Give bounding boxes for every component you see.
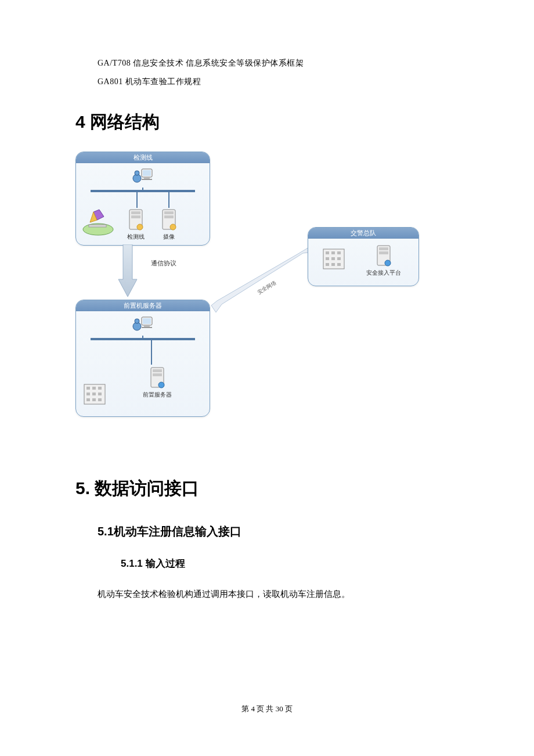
svg-rect-36 <box>86 393 90 395</box>
svg-rect-39 <box>86 398 90 401</box>
svg-rect-28 <box>142 327 152 328</box>
svg-point-21 <box>170 224 176 230</box>
terminal-icon <box>131 315 154 334</box>
svg-rect-44 <box>153 373 162 376</box>
heading-section-5: 5. 数据访问接口 <box>75 477 459 501</box>
label-server-front: 前置服务器 <box>143 391 172 399</box>
svg-rect-5 <box>142 179 152 180</box>
arrow-protocol-icon <box>116 244 139 303</box>
heading-section-4: 4 网络结构 <box>75 110 459 134</box>
page: GA/T708 信息安全技术 信息系统安全等级保护体系框架 GA801 机动车查… <box>0 0 534 625</box>
panel-title-detect-line: 检测线 <box>76 152 210 163</box>
svg-rect-35 <box>98 387 102 390</box>
svg-point-60 <box>385 260 391 266</box>
diagram-panel-front-server: 前置机服务器 <box>75 300 210 417</box>
body-text-5-1-1: 机动车安全技术检验机构通过调用本接口，读取机动车注册信息。 <box>98 586 459 602</box>
heading-section-5-1: 5.1机动车注册信息输入接口 <box>98 524 459 539</box>
terminal-icon <box>131 167 154 186</box>
svg-rect-34 <box>92 387 96 390</box>
building-icon <box>82 381 109 408</box>
label-server-camera: 摄像 <box>163 233 175 241</box>
heading-section-5-1-1: 5.1.1 输入过程 <box>121 557 459 570</box>
svg-rect-27 <box>144 325 150 327</box>
svg-rect-56 <box>337 263 341 266</box>
svg-rect-54 <box>326 263 329 266</box>
svg-point-45 <box>158 382 164 388</box>
network-diagram: 检测线 <box>75 152 424 430</box>
svg-rect-55 <box>331 263 335 266</box>
svg-rect-40 <box>92 398 96 401</box>
svg-rect-3 <box>143 170 151 176</box>
svg-rect-38 <box>98 393 102 395</box>
label-server-detect: 检测线 <box>127 233 145 241</box>
reference-line-2: GA801 机动车查验工作规程 <box>98 77 459 87</box>
svg-rect-48 <box>326 251 329 254</box>
server-front-icon: 前置服务器 <box>143 366 172 399</box>
panel-body: 检测线 摄像 <box>76 163 210 246</box>
svg-rect-33 <box>86 387 90 390</box>
svg-rect-43 <box>153 369 162 372</box>
building-hq-icon <box>321 246 348 272</box>
panel-title-police-hq: 交警总队 <box>308 228 418 239</box>
svg-rect-53 <box>337 257 341 260</box>
svg-rect-49 <box>331 251 335 254</box>
svg-rect-26 <box>143 318 151 324</box>
svg-rect-4 <box>144 177 150 179</box>
svg-point-24 <box>135 319 139 323</box>
svg-rect-16 <box>131 215 140 218</box>
svg-marker-46 <box>211 247 312 312</box>
svg-point-1 <box>135 171 139 175</box>
reference-line-1: GA/T708 信息安全技术 信息系统安全等级保护体系框架 <box>98 58 459 69</box>
svg-rect-19 <box>164 211 174 214</box>
svg-point-17 <box>137 224 143 230</box>
server-detect-icon: 检测线 <box>127 208 145 241</box>
diagram-panel-police-hq: 交警总队 <box>308 227 419 286</box>
svg-rect-41 <box>98 398 102 401</box>
svg-rect-51 <box>326 257 329 260</box>
svg-marker-22 <box>118 244 137 297</box>
svg-rect-59 <box>379 251 388 254</box>
svg-rect-13 <box>89 225 106 227</box>
server-platform-icon: 安全接入平台 <box>366 244 401 277</box>
server-camera-icon: 摄像 <box>160 208 178 241</box>
svg-rect-37 <box>92 393 96 395</box>
svg-rect-58 <box>379 247 388 250</box>
diagram-panel-detect-line: 检测线 <box>75 152 210 246</box>
svg-rect-52 <box>331 257 335 260</box>
panel-body: 安全接入平台 <box>308 239 418 286</box>
page-footer: 第 4 页 共 30 页 <box>0 704 534 714</box>
panel-body: 前置服务器 <box>76 311 210 417</box>
svg-rect-15 <box>131 211 140 214</box>
label-edge-protocol: 通信协议 <box>151 259 176 268</box>
label-server-platform: 安全接入平台 <box>366 269 401 277</box>
svg-rect-20 <box>164 215 174 218</box>
panel-title-front-server: 前置机服务器 <box>76 300 210 311</box>
site-icon <box>82 208 114 236</box>
svg-rect-50 <box>337 251 341 254</box>
